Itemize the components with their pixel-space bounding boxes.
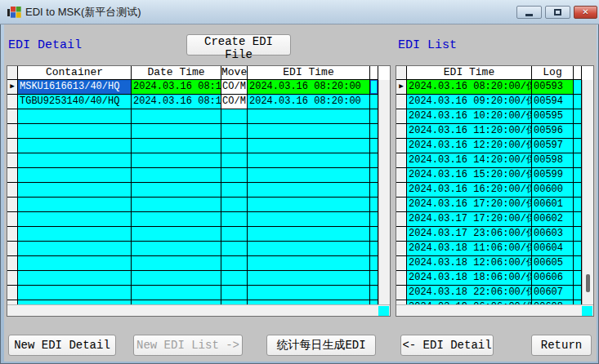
- table-row[interactable]: 2024.03.17 17:20:00/保00602: [396, 212, 593, 227]
- column-header[interactable]: EDI Time: [248, 66, 370, 80]
- grid-cell[interactable]: 00606: [532, 271, 574, 286]
- grid-cell[interactable]: [221, 198, 248, 212]
- grid-cell[interactable]: [132, 227, 221, 242]
- grid-cell[interactable]: [248, 124, 370, 139]
- grid-cell[interactable]: 00600: [532, 183, 574, 198]
- grid-cell[interactable]: [221, 153, 248, 168]
- new-edi-detail-button[interactable]: New EDI Detail: [8, 335, 116, 356]
- grid-cell[interactable]: 2024.03.16 14:20:00/保: [407, 153, 532, 168]
- grid-cell[interactable]: 2024.03.16 08:18: [132, 80, 221, 95]
- grid-cell[interactable]: 2024.03.17 17:20:00/保: [407, 212, 532, 227]
- grid-cell[interactable]: [248, 212, 370, 227]
- table-row[interactable]: 2024.03.17 23:06:00/保00603: [396, 227, 593, 242]
- grid-cell[interactable]: TGBU9253140/40/HQ: [18, 95, 132, 109]
- grid-cell[interactable]: [18, 183, 132, 198]
- grid-cell[interactable]: 2024.03.18 22:06:00/保: [407, 286, 532, 300]
- table-row[interactable]: TGBU9253140/40/HQ2024.03.16 08:17CO/M202…: [7, 95, 390, 109]
- column-header[interactable]: Date Time: [132, 66, 221, 80]
- grid-cell[interactable]: [132, 256, 221, 271]
- table-row[interactable]: [7, 183, 390, 198]
- grid-cell[interactable]: 2024.03.16 12:20:00/保: [407, 139, 532, 153]
- grid-cell[interactable]: [18, 271, 132, 286]
- grid-cell[interactable]: [18, 168, 132, 183]
- table-row[interactable]: 2024.03.16 12:20:00/保00597: [396, 139, 593, 153]
- grid-cell[interactable]: 00604: [532, 242, 574, 256]
- grid-cell[interactable]: [18, 198, 132, 212]
- scrollbar-thumb[interactable]: [586, 274, 590, 292]
- scrollbar-thumb[interactable]: [582, 306, 592, 316]
- table-row[interactable]: 2024.03.16 09:20:00/保00594: [396, 95, 593, 109]
- grid-cell[interactable]: [248, 109, 370, 124]
- grid-cell[interactable]: [132, 212, 221, 227]
- grid-cell[interactable]: 2024.03.17 23:06:00/保: [407, 227, 532, 242]
- table-row[interactable]: [7, 198, 390, 212]
- grid-cell[interactable]: [248, 242, 370, 256]
- grid-cell[interactable]: [132, 271, 221, 286]
- return-button[interactable]: Return: [531, 335, 592, 356]
- table-row[interactable]: 2024.03.18 18:06:00/保00606: [396, 271, 593, 286]
- table-row[interactable]: 2024.03.18 22:06:00/保00607: [396, 286, 593, 300]
- grid-cell[interactable]: [18, 286, 132, 300]
- table-row[interactable]: [7, 139, 390, 153]
- grid-cell[interactable]: CO/M: [221, 80, 248, 95]
- grid-cell[interactable]: [221, 227, 248, 242]
- grid-cell[interactable]: 2024.03.18 18:06:00/保: [407, 271, 532, 286]
- table-row[interactable]: [7, 212, 390, 227]
- table-row[interactable]: 2024.03.18 11:06:00/保00604: [396, 242, 593, 256]
- grid-cell[interactable]: [221, 271, 248, 286]
- table-row[interactable]: 2024.03.16 11:20:00/保00596: [396, 124, 593, 139]
- create-edi-file-button[interactable]: Create EDI File: [186, 34, 291, 55]
- grid-cell[interactable]: [221, 168, 248, 183]
- grid-cell[interactable]: [248, 183, 370, 198]
- table-row[interactable]: 2024.03.18 12:06:00/保00605: [396, 256, 593, 271]
- grid-cell[interactable]: 2024.03.16 08:17: [132, 95, 221, 109]
- grid-cell[interactable]: [132, 198, 221, 212]
- grid-cell[interactable]: [221, 286, 248, 300]
- grid-cell[interactable]: 2024.03.16 08:20:00: [248, 80, 370, 95]
- grid-cell[interactable]: [18, 153, 132, 168]
- grid-cell[interactable]: [248, 286, 370, 300]
- grid-cell[interactable]: [248, 271, 370, 286]
- table-row[interactable]: [7, 256, 390, 271]
- grid-cell[interactable]: [18, 212, 132, 227]
- grid-cell[interactable]: 2024.03.16 09:20:00/保: [407, 95, 532, 109]
- grid-cell[interactable]: [221, 109, 248, 124]
- grid-cell[interactable]: 00598: [532, 153, 574, 168]
- titlebar[interactable]: EDI to MSK(新平台测试) ✕: [0, 0, 599, 24]
- grid-cell[interactable]: 2024.03.18 12:06:00/保: [407, 256, 532, 271]
- grid-cell[interactable]: 00607: [532, 286, 574, 300]
- grid-cell[interactable]: [18, 256, 132, 271]
- grid-cell[interactable]: 00596: [532, 124, 574, 139]
- grid-cell[interactable]: [18, 139, 132, 153]
- grid-cell[interactable]: [221, 183, 248, 198]
- table-row[interactable]: ▶MSKU1616613/40/HQ2024.03.16 08:18CO/M20…: [7, 80, 390, 95]
- grid-cell[interactable]: 00599: [532, 168, 574, 183]
- vertical-scrollbar[interactable]: [378, 80, 390, 305]
- grid-cell[interactable]: 00602: [532, 212, 574, 227]
- grid-cell[interactable]: 00605: [532, 256, 574, 271]
- grid-cell[interactable]: [132, 153, 221, 168]
- grid-cell[interactable]: [18, 124, 132, 139]
- horizontal-scrollbar[interactable]: [396, 304, 593, 316]
- grid-cell[interactable]: 00594: [532, 95, 574, 109]
- grid-cell[interactable]: 00593: [532, 80, 574, 95]
- grid-cell[interactable]: [18, 242, 132, 256]
- grid-cell[interactable]: [248, 198, 370, 212]
- grid-cell[interactable]: CO/M: [221, 95, 248, 109]
- grid-cell[interactable]: 00597: [532, 139, 574, 153]
- table-row[interactable]: 2024.03.16 17:20:00/保00601: [396, 198, 593, 212]
- edi-detail-grid[interactable]: ContainerDate TimeMoveEDI Time ▶MSKU1616…: [7, 65, 391, 317]
- grid-cell[interactable]: [248, 168, 370, 183]
- grid-cell[interactable]: [132, 109, 221, 124]
- table-row[interactable]: ▶2024.03.16 08:20:00/保00593: [396, 80, 593, 95]
- grid-cell[interactable]: [221, 212, 248, 227]
- new-edi-list-button[interactable]: New EDI List ->: [133, 335, 243, 356]
- grid-cell[interactable]: 00603: [532, 227, 574, 242]
- grid-cell[interactable]: [132, 183, 221, 198]
- horizontal-scrollbar[interactable]: [7, 304, 390, 316]
- grid-cell[interactable]: 2024.03.16 08:20:00: [248, 95, 370, 109]
- grid-cell[interactable]: [248, 256, 370, 271]
- column-header[interactable]: EDI Time: [407, 66, 532, 80]
- table-row[interactable]: 2024.03.16 14:20:00/保00598: [396, 153, 593, 168]
- grid-cell[interactable]: [248, 139, 370, 153]
